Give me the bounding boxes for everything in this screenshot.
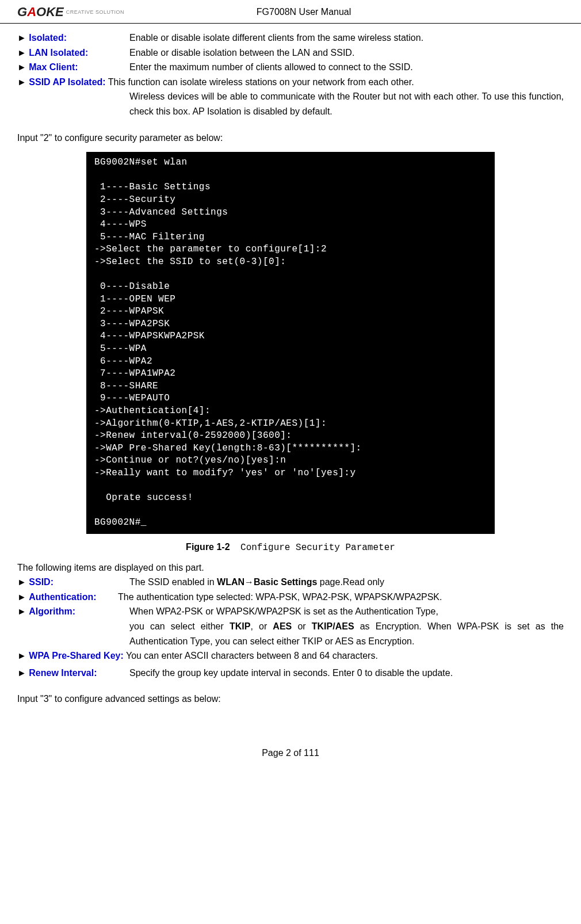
def-ssid-ap-isolated: ► SSID AP Isolated: This function can is… [17, 75, 564, 119]
figure-number: Figure 1-2 [186, 542, 230, 552]
term-max-client: Max Client: [29, 62, 78, 72]
figure-caption: Figure 1-2 Configure Security Parameter [17, 540, 564, 556]
algo-mid1: , or [250, 621, 273, 631]
term-ssid-ap-isolated: SSID AP Isolated: [29, 77, 105, 87]
algo-b2: AES [273, 621, 292, 631]
algo-mid2: or [292, 621, 312, 631]
def-isolated: ► Isolated: Enable or disable isolate di… [17, 30, 564, 45]
def-wpa-key-text: You can enter ASCII characters between 8… [124, 651, 378, 660]
term-lan-isolated: LAN Isolated: [29, 48, 88, 58]
def-ssid-text: The SSID enabled in WLAN→Basic Settings … [129, 575, 384, 590]
def-ssid: ► SSID: The SSID enabled in WLAN→Basic S… [17, 575, 564, 590]
term-authentication: Authentication: [29, 592, 96, 602]
def-authentication: ► Authentication: The authentication typ… [17, 590, 564, 605]
terminal-screenshot: BG9002N#set wlan 1----Basic Settings 2--… [86, 152, 495, 534]
page-header: GAOKE CREATIVE SOLUTION FG7008N User Man… [0, 0, 581, 24]
term-ssid: SSID: [29, 577, 53, 587]
ssid-bold1: WLAN [217, 577, 244, 587]
page-footer: Page 2 of 111 [0, 748, 581, 770]
term-wpa-key: WPA Pre-Shared Key: [29, 651, 123, 660]
ssid-arrow: → [244, 577, 254, 587]
para-input-3: Input "3" to configure advanced settings… [17, 692, 564, 707]
def-algorithm-text: When WPA2-PSK or WPAPSK/WPA2PSK is set a… [129, 604, 438, 619]
def-authentication-text: The authentication type selected: WPA-PS… [118, 590, 442, 605]
def-algorithm: ► Algorithm: When WPA2-PSK or WPAPSK/WPA… [17, 604, 564, 648]
figure-title: Configure Security Parameter [240, 543, 395, 553]
def-algorithm-cont: you can select either TKIP, or AES or TK… [129, 619, 564, 648]
ssid-post: page.Read only [317, 577, 384, 587]
page-content: ► Isolated: Enable or disable isolate di… [0, 24, 581, 725]
def-wpa-key: ► WPA Pre-Shared Key: You can enter ASCI… [17, 648, 564, 663]
def-max-client-text: Enter the maximum number of clients allo… [129, 60, 413, 75]
algo-b3: TKIP/AES [312, 621, 354, 631]
term-algorithm: Algorithm: [29, 606, 75, 616]
logo-area: GAOKE CREATIVE SOLUTION [17, 5, 124, 20]
ssid-bold2: Basic Settings [254, 577, 317, 587]
algo-b1: TKIP [230, 621, 250, 631]
logo-tagline: CREATIVE SOLUTION [66, 9, 124, 15]
term-renew-interval: Renew Interval: [29, 668, 97, 678]
def-renew-interval: ► Renew Interval: Specify the group key … [17, 666, 564, 681]
para-input-2: Input "2" to configure security paramete… [17, 131, 564, 146]
logo-text: GAOKE [17, 5, 64, 20]
following-items-text: The following items are displayed on thi… [17, 560, 564, 575]
term-isolated: Isolated: [29, 33, 67, 43]
def-max-client: ► Max Client: Enter the maximum number o… [17, 60, 564, 75]
document-title: FG7008N User Manual [257, 7, 351, 17]
def-renew-interval-text: Specify the group key update interval in… [129, 666, 453, 681]
def-isolated-text: Enable or disable isolate different clie… [129, 30, 423, 45]
def-lan-isolated-text: Enable or disable isolation between the … [129, 45, 354, 60]
def-lan-isolated: ► LAN Isolated: Enable or disable isolat… [17, 45, 564, 60]
ssid-pre: The SSID enabled in [129, 577, 217, 587]
